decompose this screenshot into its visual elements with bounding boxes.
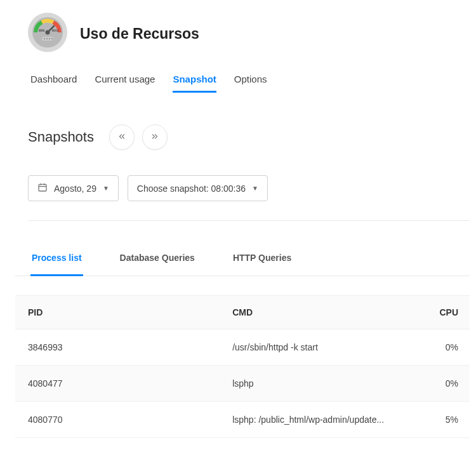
snapshot-picker[interactable]: Choose snapshot: 08:00:36 ▼ [128,175,268,201]
chevron-double-right-icon [150,132,159,143]
svg-text:MAX: MAX [52,29,60,32]
process-table: PID CMD CPU 3846993 /usr/sbin/httpd -k s… [15,295,470,438]
tab-current-usage[interactable]: Current usage [95,74,155,93]
svg-point-8 [46,38,48,39]
controls-row: Agosto, 29 ▼ Choose snapshot: 08:00:36 ▼ [15,175,470,201]
chevron-double-left-icon [117,132,126,143]
cell-cmd: lsphp: /public_html/wp-admin/update... [220,402,424,438]
section-title: Snapshots [28,129,94,145]
cell-cpu: 5% [424,402,470,438]
sub-tabs: Process list Database Queries HTTP Queri… [15,246,470,276]
subtab-database-queries[interactable]: Database Queries [119,246,196,276]
page-title: Uso de Recursos [80,25,199,43]
next-button[interactable] [142,124,168,150]
table-row: 3846993 /usr/sbin/httpd -k start 0% [15,329,470,366]
cell-cmd: /usr/sbin/httpd -k start [220,329,424,366]
cell-cpu: 0% [424,366,470,402]
subtab-process-list[interactable]: Process list [30,246,83,276]
cell-pid: 3846993 [15,329,220,366]
cell-cpu: 0% [424,329,470,366]
section-header: Snapshots [15,124,470,150]
cell-cmd: lsphp [220,366,424,402]
divider [28,220,470,221]
table-row: 4080770 lsphp: /public_html/wp-admin/upd… [15,402,470,438]
calendar-icon [37,182,48,194]
svg-text:MIN: MIN [39,29,45,32]
date-picker-label: Agosto, 29 [54,183,96,194]
svg-point-9 [49,38,50,39]
caret-down-icon: ▼ [252,185,258,192]
page-header: MIN MAX Uso de Recursos [15,13,470,55]
prev-button[interactable] [109,124,135,150]
svg-point-10 [51,38,53,39]
snapshot-picker-label: Choose snapshot: 08:00:36 [137,183,246,194]
col-cmd[interactable]: CMD [220,296,424,329]
cell-pid: 4080477 [15,366,220,402]
date-picker[interactable]: Agosto, 29 ▼ [28,175,119,201]
main-tabs: Dashboard Current usage Snapshot Options [15,74,470,93]
col-cpu[interactable]: CPU [424,296,470,329]
subtab-http-queries[interactable]: HTTP Queries [232,246,293,276]
svg-rect-11 [39,184,46,191]
cell-pid: 4080770 [15,402,220,438]
table-row: 4080477 lsphp 0% [15,366,470,402]
caret-down-icon: ▼ [103,185,109,192]
tab-options[interactable]: Options [234,74,267,93]
table-header-row: PID CMD CPU [15,296,470,329]
svg-point-7 [44,38,45,39]
col-pid[interactable]: PID [15,296,220,329]
gauge-icon: MIN MAX [28,13,67,55]
tab-snapshot[interactable]: Snapshot [173,74,216,93]
tab-dashboard[interactable]: Dashboard [30,74,77,93]
